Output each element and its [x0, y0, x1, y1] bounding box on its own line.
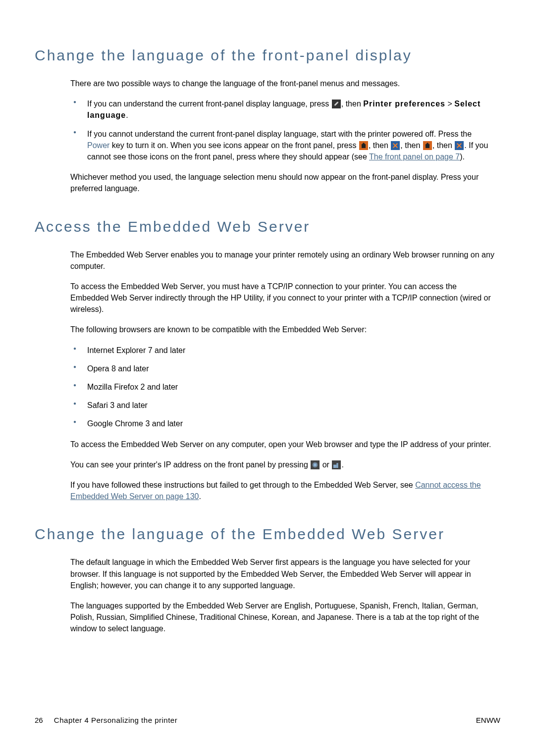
list-item: Internet Explorer 7 and later — [70, 345, 495, 356]
power-key-text: Power — [87, 141, 109, 150]
home-icon — [359, 141, 368, 150]
text: If you cannot understand the current fro… — [87, 130, 472, 138]
s3-p1: The default language in which the Embedd… — [70, 556, 495, 591]
list-item: Google Chrome 3 and later — [70, 418, 495, 429]
list-item: Opera 8 and later — [70, 363, 495, 374]
list-item: Mozilla Firefox 2 and later — [70, 381, 495, 393]
text-bold: Printer preferences — [363, 100, 445, 108]
list-item: Safari 3 and later — [70, 400, 495, 411]
text: . — [126, 111, 128, 119]
link-front-panel[interactable]: The front panel on page 7 — [369, 152, 460, 161]
s2-p1: The Embedded Web Server enables you to m… — [70, 249, 495, 272]
text: ). — [460, 152, 465, 161]
chapter-label: Chapter 4 Personalizing the printer — [54, 716, 177, 724]
s2-p4: To access the Embedded Web Server on any… — [70, 439, 495, 450]
text: , then — [400, 141, 422, 150]
text: , then — [369, 141, 390, 150]
footer-right: ENWW — [476, 716, 500, 724]
text: , then — [432, 141, 454, 150]
close-icon — [455, 141, 464, 150]
browser-list: Internet Explorer 7 and later Opera 8 an… — [70, 345, 495, 430]
s2-p3: The following browsers are known to be c… — [70, 324, 495, 335]
text: You can see your printer's IP address on… — [70, 460, 310, 469]
page-number: 26 — [35, 716, 43, 724]
s2-p6: If you have followed these instructions … — [70, 479, 495, 502]
close-icon — [391, 141, 400, 150]
s1-list: If you can understand the current front-… — [70, 98, 495, 162]
text: . — [199, 492, 201, 501]
page-footer: 26 Chapter 4 Personalizing the printer E… — [35, 716, 500, 724]
text: , then — [341, 100, 363, 108]
footer-left: 26 Chapter 4 Personalizing the printer — [35, 716, 177, 724]
heading-change-language-front-panel: Change the language of the front-panel d… — [35, 47, 500, 64]
text: If you can understand the current front-… — [87, 100, 331, 108]
text: If you have followed these instructions … — [70, 481, 415, 489]
heading-access-embedded-web-server: Access the Embedded Web Server — [35, 218, 500, 235]
text: . — [341, 460, 343, 469]
s1-bullet-1: If you can understand the current front-… — [70, 98, 495, 121]
wifi-icon — [332, 460, 341, 469]
text: > — [445, 100, 454, 108]
s2-p2: To access the Embedded Web Server, you m… — [70, 281, 495, 315]
home-icon — [423, 141, 432, 150]
text: key to turn it on. When you see icons ap… — [109, 141, 359, 150]
s3-p2: The languages supported by the Embedded … — [70, 600, 495, 635]
wrench-icon — [332, 100, 341, 108]
s1-outro: Whichever method you used, the language … — [70, 171, 495, 194]
s1-bullet-2: If you cannot understand the current fro… — [70, 128, 495, 163]
text: or — [320, 460, 331, 469]
network-icon — [311, 460, 320, 469]
s2-p5: You can see your printer's IP address on… — [70, 459, 495, 470]
heading-change-language-ews: Change the language of the Embedded Web … — [35, 526, 500, 543]
s1-intro: There are two possible ways to change th… — [70, 78, 495, 89]
